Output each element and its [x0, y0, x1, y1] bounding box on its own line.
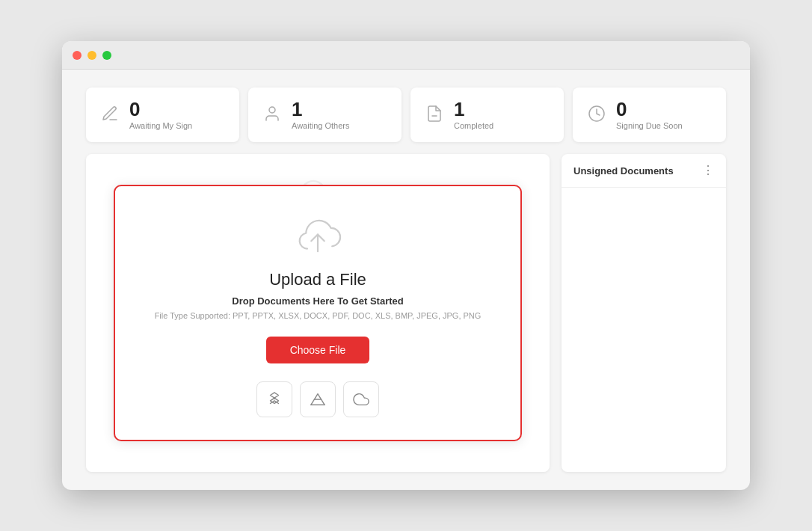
close-button[interactable]: [73, 51, 81, 60]
panel-title: Unsigned Documents: [573, 165, 674, 177]
panel-header: Unsigned Documents ⋮: [562, 154, 726, 188]
maximize-button[interactable]: [102, 51, 111, 60]
more-options-button[interactable]: ⋮: [702, 165, 714, 177]
document-icon: [425, 105, 443, 126]
edit-icon: [101, 105, 119, 126]
stat-info-awaiting-my-sign: 0 Awaiting My Sign: [129, 99, 192, 130]
stat-label-signing-due-soon: Signing Due Soon: [616, 121, 683, 130]
main-row: Upload a File Drop Documents Here To Get…: [86, 154, 726, 472]
cloud-storage-button[interactable]: [343, 381, 379, 417]
stat-label-awaiting-others: Awaiting Others: [292, 121, 349, 130]
main-content: 0 Awaiting My Sign 1 Awaiting Others: [62, 70, 750, 490]
upload-filetypes: File Type Supported: PPT, PPTX, XLSX, DO…: [155, 311, 482, 320]
cloud-upload-icon: [292, 216, 344, 258]
stat-card-awaiting-my-sign: 0 Awaiting My Sign: [86, 88, 239, 142]
stat-info-awaiting-others: 1 Awaiting Others: [292, 99, 349, 130]
upload-title: Upload a File: [269, 270, 366, 289]
googledrive-button[interactable]: [300, 381, 336, 417]
stat-label-completed: Completed: [454, 121, 493, 130]
stats-row: 0 Awaiting My Sign 1 Awaiting Others: [86, 88, 726, 142]
titlebar: [62, 41, 750, 70]
clock-icon: [588, 105, 606, 126]
stat-label-awaiting-my-sign: Awaiting My Sign: [129, 121, 192, 130]
panel-content: [562, 188, 726, 472]
stat-info-signing-due-soon: 0 Signing Due Soon: [616, 99, 683, 130]
app-window: 0 Awaiting My Sign 1 Awaiting Others: [62, 41, 750, 490]
upload-subtitle: Drop Documents Here To Get Started: [232, 295, 403, 307]
stat-info-completed: 1 Completed: [454, 99, 493, 130]
stat-number-awaiting-others: 1: [292, 99, 349, 119]
stat-number-awaiting-my-sign: 0: [129, 99, 192, 119]
choose-file-button[interactable]: Choose File: [266, 337, 370, 363]
right-panel: Unsigned Documents ⋮: [562, 154, 726, 472]
stat-number-signing-due-soon: 0: [616, 99, 683, 119]
dropbox-button[interactable]: [256, 381, 292, 417]
cloud-icon: [353, 391, 369, 408]
stat-card-completed: 1 Completed: [410, 88, 564, 142]
person-icon: [263, 105, 281, 126]
svg-point-0: [269, 107, 275, 113]
stat-number-completed: 1: [454, 99, 493, 119]
minimize-button[interactable]: [87, 51, 96, 60]
upload-section: Upload a File Drop Documents Here To Get…: [86, 154, 550, 472]
googledrive-icon: [310, 391, 326, 408]
stat-card-awaiting-others: 1 Awaiting Others: [248, 88, 402, 142]
upload-modal: Upload a File Drop Documents Here To Get…: [114, 185, 522, 441]
stat-card-signing-due-soon: 0 Signing Due Soon: [573, 88, 726, 142]
dropbox-icon: [266, 391, 283, 408]
storage-icons: [256, 381, 379, 417]
modal-overlay: Upload a File Drop Documents Here To Get…: [86, 154, 550, 472]
